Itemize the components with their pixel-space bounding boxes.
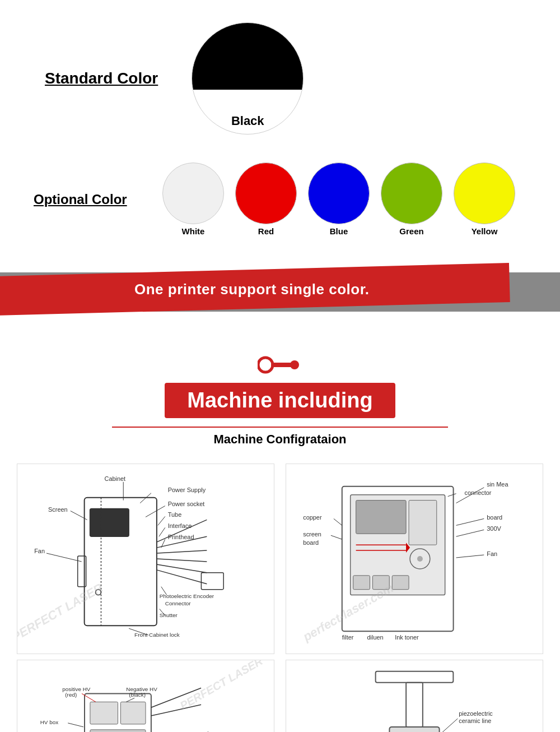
svg-text:piezoelectric: piezoelectric	[459, 710, 493, 717]
red-divider-line	[112, 427, 448, 428]
color-circles: White Red Blue Green Yellow	[162, 163, 515, 236]
svg-rect-72	[120, 702, 146, 724]
standard-color-label: Standard Color	[45, 70, 158, 87]
bottom-left-diagram: positive HV (red) Negative HV (black) HV…	[17, 660, 274, 732]
color-item-yellow: Yellow	[454, 163, 515, 236]
svg-text:Ink toner: Ink toner	[395, 634, 419, 641]
svg-text:Fan: Fan	[34, 548, 45, 554]
svg-line-82	[126, 698, 134, 702]
blue-circle	[308, 163, 370, 224]
red-circle	[235, 163, 297, 224]
svg-text:Power socket: Power socket	[168, 501, 205, 507]
optional-color-section: Optional Color White Red Blue Green Yell…	[0, 151, 560, 253]
svg-text:Tube: Tube	[168, 511, 181, 518]
svg-line-25	[159, 527, 165, 536]
svg-line-38	[46, 553, 82, 562]
svg-rect-48	[392, 576, 409, 590]
svg-point-4	[293, 363, 296, 367]
diagrams-section: Cabinet Power Supply Power socket Tube I…	[0, 464, 560, 654]
svg-rect-6	[90, 509, 129, 537]
color-item-white: White	[162, 163, 224, 236]
svg-rect-42	[356, 501, 406, 534]
bottom-right-diagram: piezoelectric ceramic line	[286, 660, 543, 732]
color-item-green: Green	[381, 163, 442, 236]
right-diagram-svg: connector sin Mea copper screen board bo…	[286, 464, 543, 654]
svg-text:sin Mea: sin Mea	[487, 481, 508, 488]
standard-color-section: Standard Color Black	[0, 0, 560, 151]
svg-text:filter: filter	[342, 634, 354, 641]
svg-line-23	[158, 516, 165, 525]
svg-text:diluen: diluen	[367, 634, 384, 641]
svg-rect-15	[201, 573, 223, 590]
svg-rect-93	[389, 727, 439, 732]
left-diagram: Cabinet Power Supply Power socket Tube I…	[17, 464, 274, 654]
svg-line-98	[442, 719, 458, 732]
svg-line-62	[456, 518, 484, 525]
svg-text:Connector: Connector	[165, 600, 192, 606]
svg-text:(red): (red)	[65, 692, 77, 698]
svg-line-57	[334, 518, 342, 525]
svg-rect-73	[90, 730, 146, 732]
wrench-icon	[258, 354, 302, 378]
yellow-circle	[454, 163, 515, 224]
optional-color-label: Optional Color	[34, 192, 146, 207]
svg-line-79	[82, 693, 96, 702]
svg-text:300V: 300V	[487, 525, 501, 532]
banner-section: One printer support single color.	[0, 264, 560, 320]
white-circle	[162, 163, 224, 224]
svg-point-45	[417, 556, 423, 562]
blue-label: Blue	[330, 226, 348, 236]
svg-text:connector: connector	[464, 489, 491, 496]
svg-rect-43	[409, 501, 437, 545]
bottom-right-svg: piezoelectric ceramic line	[286, 660, 543, 732]
machine-including-section: Machine including Machine Configrataion	[0, 342, 560, 464]
svg-line-11	[157, 550, 207, 553]
black-circle: Black	[192, 22, 304, 135]
svg-rect-71	[90, 702, 118, 724]
red-label: Red	[258, 226, 274, 236]
banner-text: One printer support single color.	[134, 281, 370, 298]
color-item-blue: Blue	[308, 163, 370, 236]
svg-text:board: board	[487, 514, 502, 521]
svg-text:positive HV: positive HV	[62, 686, 90, 692]
svg-text:copper: copper	[303, 514, 322, 521]
svg-line-21	[146, 506, 165, 517]
machine-config-title: Machine Configrataion	[213, 432, 346, 447]
svg-rect-47	[372, 576, 389, 590]
svg-line-74	[151, 688, 201, 708]
svg-text:HV box: HV box	[40, 719, 58, 725]
color-item-red: Red	[235, 163, 297, 236]
svg-text:Cabinet: Cabinet	[104, 475, 125, 482]
svg-text:(black): (black)	[129, 692, 146, 698]
svg-point-8	[96, 590, 101, 595]
white-label: White	[182, 226, 205, 236]
svg-text:Negative HV: Negative HV	[126, 686, 157, 692]
svg-line-75	[151, 705, 201, 716]
yellow-label: Yellow	[472, 226, 498, 236]
green-label: Green	[399, 226, 423, 236]
svg-text:board: board	[303, 539, 319, 546]
left-diagram-svg: Cabinet Power Supply Power socket Tube I…	[17, 464, 274, 654]
svg-rect-92	[406, 683, 423, 727]
svg-text:Fan: Fan	[487, 550, 497, 557]
svg-text:ceramic line: ceramic line	[459, 717, 491, 724]
svg-line-14	[157, 570, 207, 584]
svg-line-12	[157, 559, 207, 562]
svg-text:Printhead: Printhead	[168, 534, 194, 540]
bottom-left-svg: positive HV (red) Negative HV (black) HV…	[17, 660, 274, 732]
svg-text:Photoelectric Encoder: Photoelectric Encoder	[160, 593, 214, 599]
svg-text:Screen: Screen	[48, 506, 68, 513]
svg-line-53	[448, 494, 456, 497]
svg-text:Power Supply: Power Supply	[168, 487, 206, 493]
black-circle-container: Black	[192, 22, 304, 135]
svg-line-66	[456, 555, 484, 558]
svg-line-13	[157, 564, 207, 573]
svg-line-59	[331, 535, 342, 539]
svg-text:Interface: Interface	[168, 522, 192, 529]
black-circle-label: Black	[231, 114, 264, 128]
bottom-diagrams-section: positive HV (red) Negative HV (black) HV…	[0, 654, 560, 732]
svg-text:Shutter: Shutter	[160, 612, 178, 618]
svg-line-64	[456, 530, 484, 536]
green-circle	[381, 163, 442, 224]
machine-including-badge: Machine including	[165, 383, 395, 418]
